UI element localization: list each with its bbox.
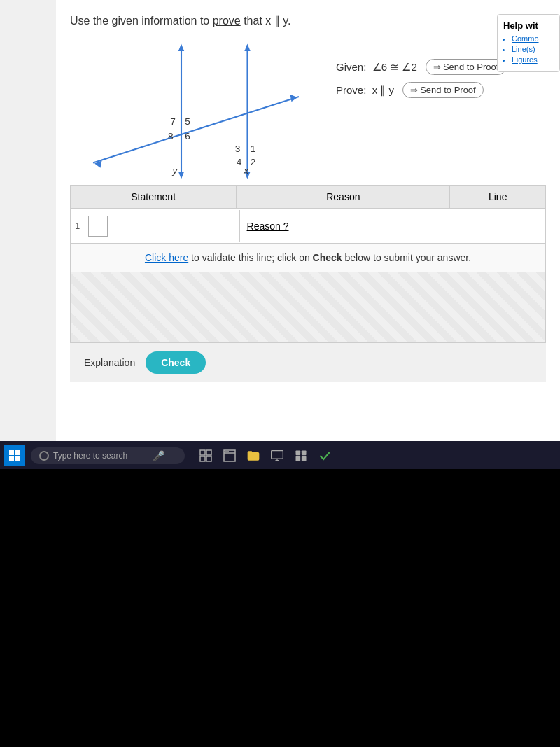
app-icon[interactable] <box>293 447 309 464</box>
monitor-svg <box>270 449 284 463</box>
validate-line: Click here to validate this line; click … <box>71 244 545 272</box>
help-item-commo-label: Commo <box>512 34 539 43</box>
table-header: Statement Reason Line <box>71 186 545 209</box>
svg-rect-24 <box>206 450 211 455</box>
svg-marker-5 <box>244 43 250 51</box>
svg-text:8: 8 <box>168 131 174 141</box>
svg-rect-34 <box>296 451 301 456</box>
browser-svg <box>223 449 237 463</box>
app-svg <box>294 449 308 463</box>
arrow-icon-2: ⇒ <box>410 85 418 95</box>
svg-point-29 <box>225 451 227 452</box>
svg-text:6: 6 <box>185 131 190 141</box>
prove-statement: x ∥ y <box>370 84 398 97</box>
screen: Use the given information to prove that … <box>0 0 560 469</box>
row-number: 1 <box>71 215 85 237</box>
given-label: Given: <box>336 61 366 73</box>
check-taskbar-icon[interactable] <box>316 447 333 464</box>
svg-rect-36 <box>296 456 301 461</box>
svg-rect-19 <box>9 450 14 455</box>
given-statement: ∠6 ≅ ∠2 <box>370 61 420 74</box>
taskbar-search-text: Type here to search <box>53 451 127 461</box>
col-statement-header: Statement <box>71 186 237 208</box>
svg-text:1: 1 <box>251 144 256 154</box>
svg-rect-26 <box>206 456 211 461</box>
svg-line-0 <box>93 97 299 163</box>
folder-svg <box>246 449 260 463</box>
col-reason-header: Reason <box>237 186 450 208</box>
row-statement-cell <box>85 210 240 242</box>
prove-label: Prove: <box>336 84 366 96</box>
svg-rect-35 <box>302 451 307 456</box>
help-item-lines[interactable]: Line(s) <box>512 45 554 53</box>
svg-text:3: 3 <box>235 144 241 154</box>
svg-rect-25 <box>200 456 205 461</box>
main-content: Use the given information to prove that … <box>56 0 560 462</box>
validate-middle-text: to validate this line; click on <box>191 252 313 263</box>
svg-rect-37 <box>302 456 307 461</box>
send-to-proof-label-1: Send to Proof <box>443 62 499 72</box>
problem-end: that x ∥ y. <box>244 15 290 27</box>
given-send-to-proof-button[interactable]: ⇒ Send to Proof <box>426 59 507 75</box>
explanation-label: Explanation <box>84 357 135 368</box>
svg-marker-3 <box>178 172 184 179</box>
svg-marker-8 <box>290 95 298 102</box>
svg-text:5: 5 <box>185 116 190 127</box>
svg-text:4: 4 <box>237 157 242 167</box>
browser-icon[interactable] <box>221 447 238 464</box>
checkmark-svg <box>318 449 332 463</box>
help-item-commo[interactable]: Commo <box>512 34 554 43</box>
help-panel: Help wit Commo Line(s) Figures <box>497 14 560 72</box>
taskbar: Type here to search 🎤 <box>0 441 560 470</box>
instruction-text: Use the given information to <box>70 15 209 27</box>
click-here-link[interactable]: Click here <box>145 252 188 263</box>
statement-input[interactable] <box>88 216 108 237</box>
help-item-figures[interactable]: Figures <box>512 55 554 64</box>
send-to-proof-label-2: Send to Proof <box>420 85 476 95</box>
file-explorer-icon[interactable] <box>245 447 262 464</box>
problem-header: Use the given information to prove that … <box>70 14 546 27</box>
svg-text:7: 7 <box>170 116 176 127</box>
arrow-icon: ⇒ <box>433 62 441 72</box>
svg-rect-21 <box>9 456 14 461</box>
svg-rect-20 <box>15 450 20 455</box>
proof-table: Statement Reason Line 1 Reason ? <box>70 185 546 342</box>
task-view-svg <box>199 449 213 463</box>
geometry-diagram: 7 5 8 6 3 1 4 2 y x <box>70 38 322 185</box>
validate-check-word: Check <box>313 252 342 263</box>
taskbar-search-bar[interactable]: Type here to search 🎤 <box>31 447 185 464</box>
bottom-bar: Explanation Check <box>70 342 546 382</box>
svg-rect-22 <box>15 456 20 461</box>
prove-line: Prove: x ∥ y ⇒ Send to Proof <box>336 82 506 98</box>
svg-text:x: x <box>243 165 249 176</box>
table-row: 1 Reason ? <box>71 209 545 244</box>
diagram-area: 7 5 8 6 3 1 4 2 y x <box>70 38 322 185</box>
prove-send-to-proof-button[interactable]: ⇒ Send to Proof <box>402 82 484 98</box>
start-button[interactable] <box>4 445 25 466</box>
row-reason-cell[interactable]: Reason ? <box>240 215 451 237</box>
help-item-figures-label: Figures <box>512 55 538 64</box>
prove-word: prove <box>213 15 241 27</box>
svg-rect-23 <box>200 450 205 455</box>
search-circle-icon <box>39 451 49 461</box>
svg-text:y: y <box>172 165 178 176</box>
empty-proof-area <box>71 272 545 342</box>
help-list: Commo Line(s) Figures <box>503 34 554 64</box>
row-lines-cell <box>451 221 545 232</box>
task-view-icon[interactable] <box>197 447 214 464</box>
help-title: Help wit <box>503 20 554 31</box>
svg-text:2: 2 <box>251 157 256 167</box>
help-item-lines-label: Line(s) <box>512 45 536 53</box>
col-lines-header: Line <box>450 186 545 208</box>
reason-link[interactable]: Reason ? <box>247 221 289 232</box>
black-area <box>0 469 560 747</box>
monitor-icon[interactable] <box>269 447 286 464</box>
svg-rect-31 <box>272 451 284 459</box>
given-prove-area: Given: ∠6 ≅ ∠2 ⇒ Send to Proof Prove: x … <box>336 59 506 105</box>
microphone-icon: 🎤 <box>153 450 164 461</box>
windows-icon <box>8 449 21 462</box>
svg-marker-2 <box>178 43 184 51</box>
check-button[interactable]: Check <box>146 351 206 374</box>
taskbar-icons <box>197 447 333 464</box>
validate-suffix-text: below to submit your answer. <box>345 252 472 263</box>
